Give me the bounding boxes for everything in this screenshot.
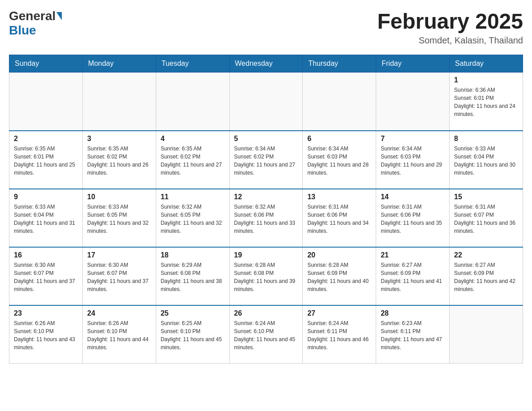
calendar-cell: [156, 73, 229, 131]
day-info: Sunrise: 6:28 AMSunset: 6:09 PMDaylight:…: [307, 261, 371, 293]
calendar-table: SundayMondayTuesdayWednesdayThursdayFrid…: [9, 55, 523, 364]
day-number: 13: [307, 193, 371, 201]
calendar-cell: 17Sunrise: 6:30 AMSunset: 6:07 PMDayligh…: [82, 247, 156, 305]
calendar-cell: 8Sunrise: 6:33 AMSunset: 6:04 PMDaylight…: [450, 131, 523, 189]
page-header: General Blue February 2025 Somdet, Kalas…: [9, 9, 523, 46]
day-info: Sunrise: 6:31 AMSunset: 6:07 PMDaylight:…: [454, 203, 518, 235]
day-number: 3: [87, 135, 151, 143]
day-number: 12: [234, 193, 298, 201]
calendar-cell: [450, 305, 523, 364]
day-info: Sunrise: 6:33 AMSunset: 6:04 PMDaylight:…: [454, 145, 518, 177]
day-number: 11: [161, 193, 225, 201]
day-info: Sunrise: 6:33 AMSunset: 6:04 PMDaylight:…: [14, 203, 78, 235]
calendar-cell: 26Sunrise: 6:24 AMSunset: 6:10 PMDayligh…: [229, 305, 303, 364]
calendar-week-row: 23Sunrise: 6:26 AMSunset: 6:10 PMDayligh…: [9, 305, 523, 364]
day-info: Sunrise: 6:27 AMSunset: 6:09 PMDaylight:…: [381, 261, 445, 293]
day-number: 26: [234, 309, 298, 317]
calendar-cell: 11Sunrise: 6:32 AMSunset: 6:05 PMDayligh…: [156, 189, 229, 247]
day-info: Sunrise: 6:31 AMSunset: 6:06 PMDaylight:…: [381, 203, 445, 235]
day-header-friday: Friday: [376, 55, 450, 73]
day-number: 23: [14, 309, 78, 317]
day-info: Sunrise: 6:32 AMSunset: 6:05 PMDaylight:…: [161, 203, 225, 235]
day-number: 27: [307, 309, 371, 317]
calendar-cell: 4Sunrise: 6:35 AMSunset: 6:02 PMDaylight…: [156, 131, 229, 189]
calendar-cell: 9Sunrise: 6:33 AMSunset: 6:04 PMDaylight…: [9, 189, 83, 247]
calendar-cell: 10Sunrise: 6:33 AMSunset: 6:05 PMDayligh…: [82, 189, 156, 247]
day-number: 24: [87, 309, 151, 317]
calendar-cell: [229, 73, 303, 131]
day-number: 15: [454, 193, 518, 201]
calendar-cell: 5Sunrise: 6:34 AMSunset: 6:02 PMDaylight…: [229, 131, 303, 189]
day-info: Sunrise: 6:35 AMSunset: 6:02 PMDaylight:…: [161, 145, 225, 177]
calendar-cell: 20Sunrise: 6:28 AMSunset: 6:09 PMDayligh…: [303, 247, 376, 305]
day-number: 1: [454, 76, 518, 84]
day-info: Sunrise: 6:28 AMSunset: 6:08 PMDaylight:…: [234, 261, 298, 293]
day-header-sunday: Sunday: [9, 55, 83, 73]
day-info: Sunrise: 6:34 AMSunset: 6:02 PMDaylight:…: [234, 145, 298, 177]
day-number: 4: [161, 135, 225, 143]
day-info: Sunrise: 6:30 AMSunset: 6:07 PMDaylight:…: [87, 261, 151, 293]
calendar-cell: 6Sunrise: 6:34 AMSunset: 6:03 PMDaylight…: [303, 131, 376, 189]
calendar-cell: 1Sunrise: 6:36 AMSunset: 6:01 PMDaylight…: [450, 73, 523, 131]
calendar-cell: 2Sunrise: 6:35 AMSunset: 6:01 PMDaylight…: [9, 131, 83, 189]
day-number: 21: [381, 251, 445, 259]
calendar-cell: 21Sunrise: 6:27 AMSunset: 6:09 PMDayligh…: [376, 247, 450, 305]
day-info: Sunrise: 6:25 AMSunset: 6:10 PMDaylight:…: [161, 319, 225, 351]
day-info: Sunrise: 6:27 AMSunset: 6:09 PMDaylight:…: [454, 261, 518, 293]
calendar-cell: 7Sunrise: 6:34 AMSunset: 6:03 PMDaylight…: [376, 131, 450, 189]
calendar-cell: 23Sunrise: 6:26 AMSunset: 6:10 PMDayligh…: [9, 305, 83, 364]
calendar-week-row: 16Sunrise: 6:30 AMSunset: 6:07 PMDayligh…: [9, 247, 523, 305]
day-info: Sunrise: 6:26 AMSunset: 6:10 PMDaylight:…: [14, 319, 78, 351]
logo-blue-text: Blue: [9, 23, 36, 38]
calendar-week-row: 9Sunrise: 6:33 AMSunset: 6:04 PMDaylight…: [9, 189, 523, 247]
day-info: Sunrise: 6:35 AMSunset: 6:01 PMDaylight:…: [14, 145, 78, 177]
location-subtitle: Somdet, Kalasin, Thailand: [377, 35, 523, 46]
day-number: 5: [234, 135, 298, 143]
day-info: Sunrise: 6:23 AMSunset: 6:11 PMDaylight:…: [381, 319, 445, 351]
day-number: 19: [234, 251, 298, 259]
day-number: 14: [381, 193, 445, 201]
day-info: Sunrise: 6:33 AMSunset: 6:05 PMDaylight:…: [87, 203, 151, 235]
calendar-cell: [376, 73, 450, 131]
day-header-wednesday: Wednesday: [229, 55, 303, 73]
logo: General Blue: [9, 9, 63, 38]
month-year-title: February 2025: [377, 9, 523, 34]
day-info: Sunrise: 6:24 AMSunset: 6:11 PMDaylight:…: [307, 319, 371, 351]
calendar-cell: 18Sunrise: 6:29 AMSunset: 6:08 PMDayligh…: [156, 247, 229, 305]
day-number: 22: [454, 251, 518, 259]
calendar-cell: [303, 73, 376, 131]
calendar-cell: 14Sunrise: 6:31 AMSunset: 6:06 PMDayligh…: [376, 189, 450, 247]
day-info: Sunrise: 6:35 AMSunset: 6:02 PMDaylight:…: [87, 145, 151, 177]
day-number: 17: [87, 251, 151, 259]
day-number: 6: [307, 135, 371, 143]
day-number: 25: [161, 309, 225, 317]
day-number: 7: [381, 135, 445, 143]
day-info: Sunrise: 6:32 AMSunset: 6:06 PMDaylight:…: [234, 203, 298, 235]
day-info: Sunrise: 6:30 AMSunset: 6:07 PMDaylight:…: [14, 261, 78, 293]
day-info: Sunrise: 6:26 AMSunset: 6:10 PMDaylight:…: [87, 319, 151, 351]
day-number: 2: [14, 135, 78, 143]
calendar-cell: 16Sunrise: 6:30 AMSunset: 6:07 PMDayligh…: [9, 247, 83, 305]
calendar-cell: [9, 73, 83, 131]
day-number: 10: [87, 193, 151, 201]
day-number: 16: [14, 251, 78, 259]
day-info: Sunrise: 6:36 AMSunset: 6:01 PMDaylight:…: [454, 86, 518, 118]
day-number: 28: [381, 309, 445, 317]
calendar-cell: 24Sunrise: 6:26 AMSunset: 6:10 PMDayligh…: [82, 305, 156, 364]
day-info: Sunrise: 6:24 AMSunset: 6:10 PMDaylight:…: [234, 319, 298, 351]
day-number: 8: [454, 135, 518, 143]
calendar-week-row: 1Sunrise: 6:36 AMSunset: 6:01 PMDaylight…: [9, 73, 523, 131]
day-header-thursday: Thursday: [303, 55, 376, 73]
logo-triangle-icon: [56, 12, 62, 20]
day-info: Sunrise: 6:31 AMSunset: 6:06 PMDaylight:…: [307, 203, 371, 235]
logo-general-text: General: [9, 9, 56, 23]
day-number: 18: [161, 251, 225, 259]
day-number: 20: [307, 251, 371, 259]
day-info: Sunrise: 6:29 AMSunset: 6:08 PMDaylight:…: [161, 261, 225, 293]
day-number: 9: [14, 193, 78, 201]
calendar-week-row: 2Sunrise: 6:35 AMSunset: 6:01 PMDaylight…: [9, 131, 523, 189]
calendar-cell: [82, 73, 156, 131]
calendar-cell: 28Sunrise: 6:23 AMSunset: 6:11 PMDayligh…: [376, 305, 450, 364]
calendar-cell: 12Sunrise: 6:32 AMSunset: 6:06 PMDayligh…: [229, 189, 303, 247]
day-info: Sunrise: 6:34 AMSunset: 6:03 PMDaylight:…: [381, 145, 445, 177]
